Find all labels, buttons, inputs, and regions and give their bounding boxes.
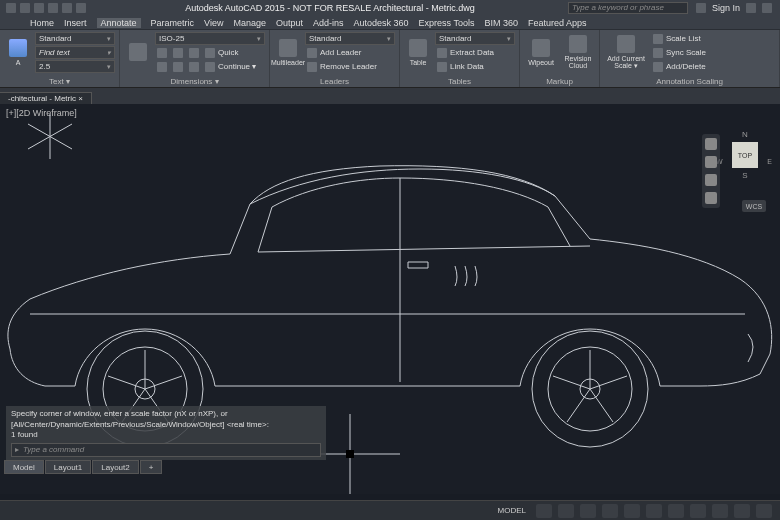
sign-in-button[interactable]: Sign In bbox=[712, 3, 740, 13]
otrack-toggle-icon[interactable] bbox=[646, 504, 662, 518]
tab-featured[interactable]: Featured Apps bbox=[528, 18, 587, 28]
lineweight-toggle-icon[interactable] bbox=[668, 504, 684, 518]
model-space-toggle[interactable]: MODEL bbox=[494, 506, 530, 515]
wcs-label[interactable]: WCS bbox=[742, 200, 766, 212]
layout-tab-layout1[interactable]: Layout1 bbox=[45, 460, 91, 474]
user-icon[interactable] bbox=[696, 3, 706, 13]
table-style-dropdown[interactable]: Standard bbox=[435, 32, 515, 45]
panel-leaders: Multileader Standard Add Leader Remove L… bbox=[270, 30, 400, 87]
command-history-line: Specify corner of window, enter a scale … bbox=[11, 409, 321, 419]
quick-dim-button[interactable]: Quick bbox=[203, 46, 240, 59]
dim-arc-button[interactable] bbox=[155, 60, 169, 73]
continue-icon bbox=[205, 62, 215, 72]
add-scale-button[interactable]: Add Current Scale ▾ bbox=[604, 32, 648, 72]
add-delete-scale-button[interactable]: Add/Delete bbox=[651, 60, 775, 73]
help-icon[interactable] bbox=[762, 3, 772, 13]
mtext-button[interactable]: A bbox=[4, 32, 32, 72]
tab-express[interactable]: Express Tools bbox=[419, 18, 475, 28]
save-icon[interactable] bbox=[48, 3, 58, 13]
exchange-icon[interactable] bbox=[746, 3, 756, 13]
dimension-button[interactable] bbox=[124, 32, 152, 72]
new-icon[interactable] bbox=[20, 3, 30, 13]
view-cube[interactable]: N W TOP E S bbox=[722, 130, 768, 190]
panel-scale-title: Annotation Scaling bbox=[600, 77, 779, 86]
panel-dim-title[interactable]: Dimensions ▾ bbox=[120, 77, 269, 86]
tab-output[interactable]: Output bbox=[276, 18, 303, 28]
dim-linear-button[interactable] bbox=[155, 46, 169, 59]
revcloud-button[interactable]: Revision Cloud bbox=[561, 32, 595, 72]
layout-tab-add[interactable]: + bbox=[140, 460, 163, 474]
table-button[interactable]: Table bbox=[404, 32, 432, 72]
app-menu-icon[interactable] bbox=[6, 3, 16, 13]
steering-wheel-icon[interactable] bbox=[705, 138, 717, 150]
tab-view[interactable]: View bbox=[204, 18, 223, 28]
dim-radius-button[interactable] bbox=[171, 60, 185, 73]
viewcube-east: E bbox=[767, 158, 772, 165]
scale-list-button[interactable]: Scale List bbox=[651, 32, 775, 45]
annoscale-icon[interactable] bbox=[712, 504, 728, 518]
open-icon[interactable] bbox=[34, 3, 44, 13]
panel-tables-title[interactable]: Tables bbox=[400, 77, 519, 86]
tab-parametric[interactable]: Parametric bbox=[151, 18, 195, 28]
add-leader-button[interactable]: Add Leader bbox=[305, 46, 395, 59]
command-history-line: 1 found bbox=[11, 430, 321, 440]
panel-dimensions: ISO-25 Quick Continue ▾ Dimensions ▾ bbox=[120, 30, 270, 87]
osnap-toggle-icon[interactable] bbox=[624, 504, 640, 518]
layout-tabs: Model Layout1 Layout2 + bbox=[0, 460, 162, 474]
multileader-button[interactable]: Multileader bbox=[274, 32, 302, 72]
polar-toggle-icon[interactable] bbox=[602, 504, 618, 518]
link-data-button[interactable]: Link Data bbox=[435, 60, 515, 73]
tab-bim360[interactable]: BIM 360 bbox=[484, 18, 518, 28]
extract-data-icon bbox=[437, 48, 447, 58]
extract-data-button[interactable]: Extract Data bbox=[435, 46, 515, 59]
dim-ordinate-button[interactable] bbox=[187, 60, 201, 73]
dim-arc-icon bbox=[157, 62, 167, 72]
ortho-toggle-icon[interactable] bbox=[580, 504, 596, 518]
tab-home[interactable]: Home bbox=[30, 18, 54, 28]
remove-leader-button[interactable]: Remove Leader bbox=[305, 60, 395, 73]
command-window: Specify corner of window, enter a scale … bbox=[6, 406, 326, 460]
tab-insert[interactable]: Insert bbox=[64, 18, 87, 28]
panel-leaders-title[interactable]: Leaders bbox=[270, 77, 399, 86]
sync-scale-button[interactable]: Sync Scale bbox=[651, 46, 775, 59]
grid-toggle-icon[interactable] bbox=[536, 504, 552, 518]
tab-manage[interactable]: Manage bbox=[233, 18, 266, 28]
dim-angular-button[interactable] bbox=[187, 46, 201, 59]
layout-tab-layout2[interactable]: Layout2 bbox=[92, 460, 138, 474]
snap-toggle-icon[interactable] bbox=[558, 504, 574, 518]
viewcube-top-face[interactable]: TOP bbox=[732, 142, 758, 168]
status-bar: MODEL bbox=[0, 500, 780, 520]
add-leader-icon bbox=[307, 48, 317, 58]
layout-tab-model[interactable]: Model bbox=[4, 460, 44, 474]
redo-icon[interactable] bbox=[76, 3, 86, 13]
tab-a360[interactable]: Autodesk 360 bbox=[354, 18, 409, 28]
find-text-input[interactable]: Find text bbox=[35, 46, 115, 59]
tab-addins[interactable]: Add-ins bbox=[313, 18, 344, 28]
tab-annotate[interactable]: Annotate bbox=[97, 18, 141, 28]
leader-style-dropdown[interactable]: Standard bbox=[305, 32, 395, 45]
workspace-icon[interactable] bbox=[734, 504, 750, 518]
wipeout-button[interactable]: Wipeout bbox=[524, 32, 558, 72]
scale-list-icon bbox=[653, 34, 663, 44]
panel-markup: Wipeout Revision Cloud Markup bbox=[520, 30, 600, 87]
help-search-input[interactable]: Type a keyword or phrase bbox=[568, 2, 688, 14]
file-tabs: -chitectural - Metric × bbox=[0, 88, 780, 104]
text-style-dropdown[interactable]: Standard bbox=[35, 32, 115, 45]
command-input[interactable]: ▸ Type a command bbox=[11, 443, 321, 457]
file-tab-active[interactable]: -chitectural - Metric × bbox=[0, 92, 92, 104]
dim-aligned-button[interactable] bbox=[171, 46, 185, 59]
dim-style-dropdown[interactable]: ISO-25 bbox=[155, 32, 265, 45]
transparency-toggle-icon[interactable] bbox=[690, 504, 706, 518]
pan-icon[interactable] bbox=[705, 156, 717, 168]
continue-dim-button[interactable]: Continue ▾ bbox=[203, 60, 258, 73]
orbit-icon[interactable] bbox=[705, 192, 717, 204]
zoom-extents-icon[interactable] bbox=[705, 174, 717, 186]
customize-icon[interactable] bbox=[756, 504, 772, 518]
quick-access-toolbar bbox=[0, 3, 92, 13]
text-height-dropdown[interactable]: 2.5 bbox=[35, 60, 115, 73]
undo-icon[interactable] bbox=[62, 3, 72, 13]
panel-text-title[interactable]: Text ▾ bbox=[0, 77, 119, 86]
remove-leader-icon bbox=[307, 62, 317, 72]
drawing-canvas[interactable]: [+][2D Wireframe] bbox=[0, 104, 780, 494]
dimension-icon bbox=[129, 43, 147, 61]
